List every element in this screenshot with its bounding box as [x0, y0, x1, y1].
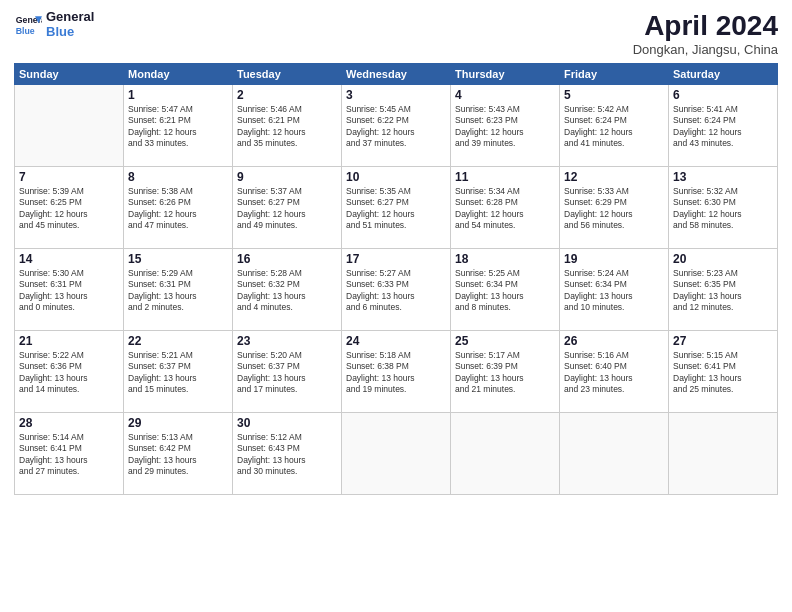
day-number: 28: [19, 416, 119, 430]
day-number: 29: [128, 416, 228, 430]
day-number: 16: [237, 252, 337, 266]
day-cell: 9Sunrise: 5:37 AM Sunset: 6:27 PM Daylig…: [233, 167, 342, 249]
logo: General Blue General Blue: [14, 10, 94, 40]
day-info: Sunrise: 5:42 AM Sunset: 6:24 PM Dayligh…: [564, 104, 664, 150]
day-number: 1: [128, 88, 228, 102]
day-number: 9: [237, 170, 337, 184]
day-number: 25: [455, 334, 555, 348]
day-info: Sunrise: 5:46 AM Sunset: 6:21 PM Dayligh…: [237, 104, 337, 150]
day-cell: [669, 413, 778, 495]
day-cell: 12Sunrise: 5:33 AM Sunset: 6:29 PM Dayli…: [560, 167, 669, 249]
day-number: 18: [455, 252, 555, 266]
day-number: 5: [564, 88, 664, 102]
day-cell: 22Sunrise: 5:21 AM Sunset: 6:37 PM Dayli…: [124, 331, 233, 413]
day-cell: 28Sunrise: 5:14 AM Sunset: 6:41 PM Dayli…: [15, 413, 124, 495]
day-info: Sunrise: 5:16 AM Sunset: 6:40 PM Dayligh…: [564, 350, 664, 396]
day-number: 13: [673, 170, 773, 184]
day-cell: 17Sunrise: 5:27 AM Sunset: 6:33 PM Dayli…: [342, 249, 451, 331]
day-cell: 7Sunrise: 5:39 AM Sunset: 6:25 PM Daylig…: [15, 167, 124, 249]
day-info: Sunrise: 5:45 AM Sunset: 6:22 PM Dayligh…: [346, 104, 446, 150]
day-cell: 24Sunrise: 5:18 AM Sunset: 6:38 PM Dayli…: [342, 331, 451, 413]
day-info: Sunrise: 5:17 AM Sunset: 6:39 PM Dayligh…: [455, 350, 555, 396]
day-cell: 23Sunrise: 5:20 AM Sunset: 6:37 PM Dayli…: [233, 331, 342, 413]
day-cell: [560, 413, 669, 495]
weekday-header-friday: Friday: [560, 64, 669, 85]
day-cell: 16Sunrise: 5:28 AM Sunset: 6:32 PM Dayli…: [233, 249, 342, 331]
day-number: 20: [673, 252, 773, 266]
day-info: Sunrise: 5:18 AM Sunset: 6:38 PM Dayligh…: [346, 350, 446, 396]
day-info: Sunrise: 5:13 AM Sunset: 6:42 PM Dayligh…: [128, 432, 228, 478]
day-cell: 11Sunrise: 5:34 AM Sunset: 6:28 PM Dayli…: [451, 167, 560, 249]
month-title: April 2024: [633, 10, 778, 42]
weekday-header-tuesday: Tuesday: [233, 64, 342, 85]
header: General Blue General Blue April 2024 Don…: [14, 10, 778, 57]
day-number: 15: [128, 252, 228, 266]
day-cell: 4Sunrise: 5:43 AM Sunset: 6:23 PM Daylig…: [451, 85, 560, 167]
day-info: Sunrise: 5:14 AM Sunset: 6:41 PM Dayligh…: [19, 432, 119, 478]
day-cell: [15, 85, 124, 167]
day-info: Sunrise: 5:43 AM Sunset: 6:23 PM Dayligh…: [455, 104, 555, 150]
logo-blue: Blue: [46, 25, 94, 40]
day-info: Sunrise: 5:41 AM Sunset: 6:24 PM Dayligh…: [673, 104, 773, 150]
calendar-container: General Blue General Blue April 2024 Don…: [0, 0, 792, 612]
day-info: Sunrise: 5:32 AM Sunset: 6:30 PM Dayligh…: [673, 186, 773, 232]
day-number: 3: [346, 88, 446, 102]
day-number: 6: [673, 88, 773, 102]
day-info: Sunrise: 5:38 AM Sunset: 6:26 PM Dayligh…: [128, 186, 228, 232]
subtitle: Dongkan, Jiangsu, China: [633, 42, 778, 57]
day-number: 27: [673, 334, 773, 348]
day-info: Sunrise: 5:12 AM Sunset: 6:43 PM Dayligh…: [237, 432, 337, 478]
day-number: 30: [237, 416, 337, 430]
day-info: Sunrise: 5:15 AM Sunset: 6:41 PM Dayligh…: [673, 350, 773, 396]
day-number: 7: [19, 170, 119, 184]
day-cell: 18Sunrise: 5:25 AM Sunset: 6:34 PM Dayli…: [451, 249, 560, 331]
day-cell: 27Sunrise: 5:15 AM Sunset: 6:41 PM Dayli…: [669, 331, 778, 413]
day-number: 24: [346, 334, 446, 348]
weekday-header-wednesday: Wednesday: [342, 64, 451, 85]
day-cell: 30Sunrise: 5:12 AM Sunset: 6:43 PM Dayli…: [233, 413, 342, 495]
day-cell: 1Sunrise: 5:47 AM Sunset: 6:21 PM Daylig…: [124, 85, 233, 167]
day-cell: [342, 413, 451, 495]
day-cell: 14Sunrise: 5:30 AM Sunset: 6:31 PM Dayli…: [15, 249, 124, 331]
day-number: 23: [237, 334, 337, 348]
weekday-header-monday: Monday: [124, 64, 233, 85]
day-cell: 19Sunrise: 5:24 AM Sunset: 6:34 PM Dayli…: [560, 249, 669, 331]
day-number: 14: [19, 252, 119, 266]
day-cell: 15Sunrise: 5:29 AM Sunset: 6:31 PM Dayli…: [124, 249, 233, 331]
day-info: Sunrise: 5:22 AM Sunset: 6:36 PM Dayligh…: [19, 350, 119, 396]
day-info: Sunrise: 5:21 AM Sunset: 6:37 PM Dayligh…: [128, 350, 228, 396]
day-cell: 3Sunrise: 5:45 AM Sunset: 6:22 PM Daylig…: [342, 85, 451, 167]
day-number: 21: [19, 334, 119, 348]
week-row-1: 7Sunrise: 5:39 AM Sunset: 6:25 PM Daylig…: [15, 167, 778, 249]
day-cell: 25Sunrise: 5:17 AM Sunset: 6:39 PM Dayli…: [451, 331, 560, 413]
day-info: Sunrise: 5:23 AM Sunset: 6:35 PM Dayligh…: [673, 268, 773, 314]
day-cell: 2Sunrise: 5:46 AM Sunset: 6:21 PM Daylig…: [233, 85, 342, 167]
day-cell: 5Sunrise: 5:42 AM Sunset: 6:24 PM Daylig…: [560, 85, 669, 167]
day-number: 17: [346, 252, 446, 266]
day-number: 22: [128, 334, 228, 348]
day-number: 2: [237, 88, 337, 102]
week-row-2: 14Sunrise: 5:30 AM Sunset: 6:31 PM Dayli…: [15, 249, 778, 331]
weekday-header-thursday: Thursday: [451, 64, 560, 85]
calendar-table: SundayMondayTuesdayWednesdayThursdayFrid…: [14, 63, 778, 495]
day-cell: 29Sunrise: 5:13 AM Sunset: 6:42 PM Dayli…: [124, 413, 233, 495]
logo-icon: General Blue: [14, 11, 42, 39]
logo-general: General: [46, 10, 94, 25]
day-info: Sunrise: 5:35 AM Sunset: 6:27 PM Dayligh…: [346, 186, 446, 232]
day-info: Sunrise: 5:30 AM Sunset: 6:31 PM Dayligh…: [19, 268, 119, 314]
day-cell: 20Sunrise: 5:23 AM Sunset: 6:35 PM Dayli…: [669, 249, 778, 331]
day-info: Sunrise: 5:20 AM Sunset: 6:37 PM Dayligh…: [237, 350, 337, 396]
day-info: Sunrise: 5:24 AM Sunset: 6:34 PM Dayligh…: [564, 268, 664, 314]
day-number: 12: [564, 170, 664, 184]
day-info: Sunrise: 5:34 AM Sunset: 6:28 PM Dayligh…: [455, 186, 555, 232]
day-cell: 21Sunrise: 5:22 AM Sunset: 6:36 PM Dayli…: [15, 331, 124, 413]
day-info: Sunrise: 5:29 AM Sunset: 6:31 PM Dayligh…: [128, 268, 228, 314]
day-cell: 10Sunrise: 5:35 AM Sunset: 6:27 PM Dayli…: [342, 167, 451, 249]
day-cell: [451, 413, 560, 495]
day-info: Sunrise: 5:28 AM Sunset: 6:32 PM Dayligh…: [237, 268, 337, 314]
week-row-3: 21Sunrise: 5:22 AM Sunset: 6:36 PM Dayli…: [15, 331, 778, 413]
day-info: Sunrise: 5:47 AM Sunset: 6:21 PM Dayligh…: [128, 104, 228, 150]
day-number: 19: [564, 252, 664, 266]
weekday-header-saturday: Saturday: [669, 64, 778, 85]
weekday-header-sunday: Sunday: [15, 64, 124, 85]
